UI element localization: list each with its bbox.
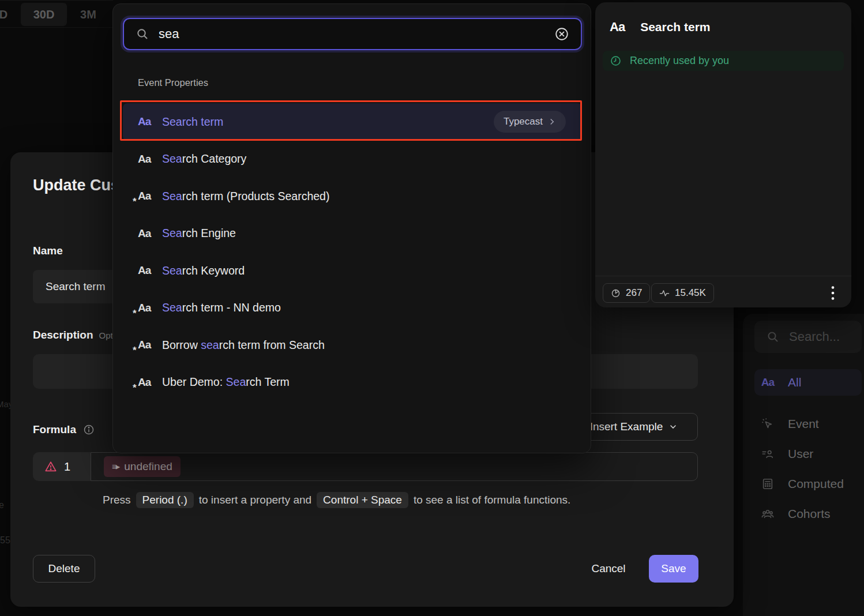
save-button[interactable]: Save — [649, 555, 698, 583]
detail-title: Search term — [640, 20, 710, 34]
result-text: rch Engine — [182, 227, 236, 239]
search-icon — [766, 330, 780, 344]
kebab-menu-icon[interactable] — [821, 283, 844, 303]
match-text: Sea — [162, 301, 182, 314]
result-text: rch Category — [182, 152, 247, 165]
clear-search-icon[interactable] — [554, 27, 569, 42]
text-property-icon: Aa — [138, 264, 162, 277]
sidebar-item-event[interactable]: Event — [754, 411, 862, 437]
help-end: to see a list of formula functions. — [414, 494, 570, 506]
result-row-uber-demo-search-term[interactable]: Aa Uber Demo: Search Term — [123, 364, 582, 401]
search-icon — [136, 27, 149, 41]
sample-count-pill[interactable]: 267 — [603, 283, 650, 303]
sidebar-item-label: Computed — [788, 477, 844, 491]
user-icon — [760, 448, 775, 460]
detail-footer-divider — [595, 276, 851, 276]
cohorts-icon — [760, 508, 775, 520]
result-text: rch term - NN demo — [182, 301, 281, 314]
help-mid: to insert a property and — [199, 494, 311, 506]
section-header: Event Properties — [138, 77, 208, 88]
delete-button[interactable]: Delete — [33, 555, 95, 583]
text-property-icon: Aa — [610, 20, 625, 35]
event-volume-pill[interactable]: 15.45K — [651, 283, 714, 303]
dropdown-search-field[interactable] — [123, 18, 582, 50]
match-text: Sea — [162, 227, 182, 239]
formula-token-icon: ≡▸ — [112, 461, 119, 472]
search-results-list: Aa Search term Typecast Aa Search Catego… — [123, 103, 582, 401]
tab-date-partial[interactable]: D — [0, 3, 16, 26]
date-range-tabs: D 30D 3M — [0, 0, 113, 28]
result-text: rch term (Products Searched) — [182, 190, 330, 202]
sidebar-item-cohorts[interactable]: Cohorts — [754, 501, 862, 527]
result-row-search-term[interactable]: Aa Search term Typecast — [123, 103, 582, 141]
event-cursor-icon — [760, 418, 775, 430]
tab-30d[interactable]: 30D — [21, 3, 67, 26]
sidebar-item-label: Cohorts — [788, 507, 831, 521]
formula-error-counter: 1 — [33, 452, 91, 481]
result-row-borrow-search-term[interactable]: Aa Borrow search term from Search — [123, 326, 582, 364]
custom-text-property-icon: Aa — [138, 190, 162, 202]
match-text: Sea — [162, 264, 182, 277]
sidebar-item-all[interactable]: Aa All — [754, 369, 862, 396]
badge-label: Recently used by you — [630, 55, 729, 67]
result-row-search-category[interactable]: Aa Search Category — [123, 141, 582, 178]
tab-3m[interactable]: 3M — [70, 3, 106, 26]
error-count: 1 — [64, 460, 70, 474]
sidebar-item-computed[interactable]: Computed — [754, 471, 862, 497]
formula-label-row: Formula — [33, 423, 95, 436]
custom-text-property-icon: Aa — [138, 302, 162, 314]
result-row-search-keyword[interactable]: Aa Search Keyword — [123, 252, 582, 290]
match-text: sea — [201, 339, 219, 351]
sidebar-item-label: Event — [788, 417, 819, 431]
match-text: Sea — [162, 152, 182, 165]
help-press: Press — [103, 494, 131, 506]
property-search-dropdown: Event Properties Aa Search term Typecast… — [112, 3, 591, 453]
result-text: Uber Demo: — [162, 375, 226, 388]
sidebar-search[interactable] — [754, 321, 862, 353]
property-type-sidebar: Aa All Event User Computed — [743, 314, 864, 616]
kbd-control-space: Control + Space — [317, 492, 408, 508]
sidebar-item-user[interactable]: User — [754, 441, 862, 467]
warning-icon — [44, 460, 57, 473]
event-volume: 15.45K — [675, 287, 706, 299]
result-row-search-term-products[interactable]: Aa Search term (Products Searched) — [123, 178, 582, 215]
result-row-search-term-nn-demo[interactable]: Aa Search term - NN demo — [123, 290, 582, 327]
chart-tick-fragment: 55 — [0, 535, 10, 546]
custom-text-property-icon: Aa — [138, 376, 162, 389]
result-text: rch Keyword — [182, 264, 245, 277]
undefined-token: ≡▸ undefined — [104, 456, 181, 477]
match-text: Sea — [162, 190, 182, 202]
recently-used-badge: Recently used by you — [603, 51, 844, 71]
kbd-period: Period (.) — [136, 492, 194, 508]
cancel-button[interactable]: Cancel — [574, 555, 643, 583]
typecast-label: Typecast — [504, 116, 543, 127]
property-detail-panel: Aa Search term Recently used by you 267 … — [595, 2, 851, 307]
clock-icon — [610, 55, 622, 67]
result-text: rch term — [182, 115, 224, 128]
text-property-icon: Aa — [138, 227, 162, 240]
sample-count: 267 — [626, 287, 642, 299]
text-property-icon: Aa — [138, 153, 162, 166]
description-label-text: Description — [33, 329, 93, 341]
typecast-button[interactable]: Typecast — [494, 111, 566, 133]
match-text: Sea — [162, 115, 182, 128]
dropdown-search-input[interactable] — [159, 27, 545, 42]
result-text: rch Term — [246, 375, 290, 388]
result-row-search-engine[interactable]: Aa Search Engine — [123, 215, 582, 253]
pulse-icon — [659, 288, 670, 298]
formula-label: Formula — [33, 423, 76, 436]
insert-example-label: Insert Example — [590, 420, 663, 433]
custom-text-property-icon: Aa — [138, 339, 162, 351]
sidebar-item-label: User — [788, 447, 813, 461]
sidebar-search-input[interactable] — [789, 329, 847, 344]
info-icon[interactable] — [83, 424, 95, 435]
detail-title-row: Aa Search term — [610, 20, 711, 35]
name-label: Name — [33, 245, 63, 257]
chevron-down-icon — [668, 422, 678, 431]
chevron-right-icon — [548, 118, 556, 126]
text-type-icon: Aa — [760, 376, 775, 389]
token-label: undefined — [124, 460, 172, 473]
pie-chart-icon — [611, 288, 621, 298]
formula-input[interactable]: ≡▸ undefined — [91, 452, 698, 481]
formula-help-text: Press Period (.) to insert a property an… — [103, 492, 570, 508]
